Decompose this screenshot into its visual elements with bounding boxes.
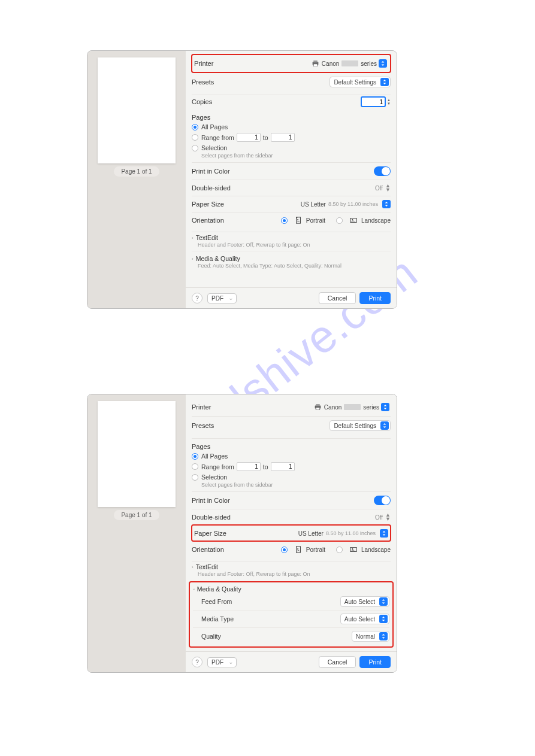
- dropdown-icon: [382, 200, 391, 208]
- color-toggle[interactable]: [374, 166, 391, 176]
- media-type-select[interactable]: Auto Select: [340, 614, 389, 624]
- textedit-disclosure[interactable]: › TextEdit: [192, 232, 391, 242]
- pages-selection-option[interactable]: Selection: [192, 472, 391, 482]
- chevron-down-icon: ⌵: [229, 296, 232, 301]
- paper-size-select[interactable]: US Letter 8.50 by 11.00 inches: [301, 200, 391, 208]
- textedit-label: TextEdit: [196, 563, 218, 570]
- chevron-down-icon: ›: [191, 588, 197, 590]
- dropdown-icon: [379, 597, 388, 606]
- pages-label: Pages: [192, 111, 391, 122]
- dropdown-icon: [381, 403, 389, 411]
- printer-suffix: series: [361, 60, 377, 67]
- pages-range-option[interactable]: Range from to: [192, 461, 391, 472]
- printer-suffix: series: [363, 404, 379, 411]
- dropdown-icon: [380, 78, 389, 86]
- dialog-footer: ? PDF ⌵ Cancel Print: [186, 651, 397, 672]
- help-button[interactable]: ?: [192, 657, 202, 667]
- printer-select[interactable]: Canon series: [310, 402, 391, 412]
- stepper-buttons[interactable]: ▲▼: [387, 98, 391, 105]
- printer-select[interactable]: Canon series: [308, 58, 388, 69]
- dropdown-icon: [379, 59, 387, 68]
- radio-icon[interactable]: [336, 546, 343, 553]
- pages-range-option[interactable]: Range from to: [192, 132, 391, 143]
- preview-pane: Page 1 of 1: [87, 51, 186, 308]
- paper-size-label: Paper Size: [192, 201, 224, 208]
- printer-brand: Canon: [324, 404, 341, 411]
- pages-all-option[interactable]: All Pages: [192, 122, 391, 132]
- dropdown-icon: [380, 421, 389, 430]
- pdf-menu-button[interactable]: PDF ⌵: [207, 657, 237, 667]
- presets-label: Presets: [192, 422, 214, 429]
- printer-model-redacted: [341, 60, 358, 66]
- presets-label: Presets: [192, 78, 214, 86]
- quality-select[interactable]: Normal: [352, 631, 389, 642]
- radio-icon: [192, 474, 198, 481]
- paper-size-select[interactable]: US Letter 8.50 by 11.00 inches: [298, 529, 388, 538]
- print-button[interactable]: Print: [359, 656, 391, 668]
- landscape-label: Landscape: [361, 217, 391, 224]
- copies-row: Copies ▲▼: [192, 95, 391, 110]
- quality-value: Normal: [356, 633, 377, 640]
- pdf-menu-button[interactable]: PDF ⌵: [207, 293, 237, 303]
- paper-size-dim: 8.50 by 11.00 inches: [328, 201, 378, 207]
- landscape-icon: [349, 545, 358, 554]
- double-sided-select[interactable]: Off ▲▼: [375, 184, 391, 192]
- pages-group: Pages All Pages Range from to Se: [192, 438, 391, 491]
- range-to-label: to: [263, 463, 268, 470]
- pdf-label: PDF: [211, 659, 223, 666]
- media-quality-disclosure[interactable]: › Media & Quality: [192, 251, 391, 263]
- feed-from-label: Feed From: [201, 598, 232, 605]
- range-from-input[interactable]: [237, 462, 261, 471]
- pages-group: Pages All Pages Range from to Se: [192, 110, 391, 162]
- portrait-label: Portrait: [306, 546, 325, 553]
- pdf-label: PDF: [211, 295, 223, 302]
- pages-all-option[interactable]: All Pages: [192, 451, 391, 461]
- textedit-disclosure[interactable]: › TextEdit: [192, 561, 391, 571]
- svg-point-13: [352, 548, 353, 549]
- print-dialog-2: Page 1 of 1 Printer Canon series: [87, 394, 397, 673]
- pages-selection-option[interactable]: Selection: [192, 143, 391, 153]
- orientation-row: Orientation Portrait Landscape: [192, 541, 391, 557]
- cancel-button[interactable]: Cancel: [319, 292, 356, 304]
- svg-point-4: [297, 219, 298, 220]
- chevron-right-icon: ›: [192, 564, 194, 570]
- presets-select[interactable]: Default Settings: [330, 77, 391, 87]
- range-to-input[interactable]: [271, 133, 295, 142]
- double-sided-row: Double-sided Off ▲▼: [192, 509, 391, 525]
- printer-row: Printer Canon series: [192, 54, 391, 72]
- page-indicator: Page 1 of 1: [114, 166, 159, 177]
- selection-hint: Select pages from the sidebar: [192, 153, 391, 159]
- media-quality-label: Media & Quality: [197, 585, 241, 593]
- print-button[interactable]: Print: [359, 292, 391, 304]
- presets-select[interactable]: Default Settings: [330, 420, 391, 431]
- cancel-button[interactable]: Cancel: [319, 656, 356, 668]
- copies-input[interactable]: [361, 97, 385, 107]
- radio-icon[interactable]: [281, 217, 288, 224]
- help-button[interactable]: ?: [192, 293, 202, 303]
- copies-label: Copies: [192, 98, 212, 105]
- svg-rect-3: [296, 217, 300, 223]
- range-from-input[interactable]: [237, 133, 261, 142]
- media-type-label: Media Type: [201, 615, 234, 623]
- feed-from-select[interactable]: Auto Select: [340, 596, 389, 607]
- media-quality-disclosure[interactable]: › Media & Quality: [193, 584, 389, 593]
- radio-icon[interactable]: [281, 546, 288, 553]
- page-thumbnail[interactable]: [98, 57, 176, 163]
- chevron-right-icon: ›: [192, 235, 194, 241]
- page-indicator: Page 1 of 1: [114, 510, 159, 520]
- landscape-label: Landscape: [361, 546, 391, 553]
- svg-rect-1: [313, 60, 318, 62]
- radio-icon[interactable]: [336, 217, 343, 224]
- page-thumbnail[interactable]: [98, 401, 176, 507]
- options-pane: Printer Canon series Presets: [186, 51, 397, 308]
- orientation-label: Orientation: [192, 546, 224, 553]
- svg-point-11: [297, 548, 298, 549]
- color-toggle[interactable]: [374, 496, 391, 505]
- radio-icon: [192, 134, 198, 141]
- double-sided-select[interactable]: Off ▲▼: [375, 513, 391, 521]
- range-to-input[interactable]: [271, 462, 295, 471]
- pages-label: Pages: [192, 441, 391, 451]
- orientation-row: Orientation Portrait Landscape: [192, 212, 391, 228]
- copies-stepper[interactable]: ▲▼: [361, 97, 391, 107]
- updown-icon: ▲▼: [385, 513, 391, 521]
